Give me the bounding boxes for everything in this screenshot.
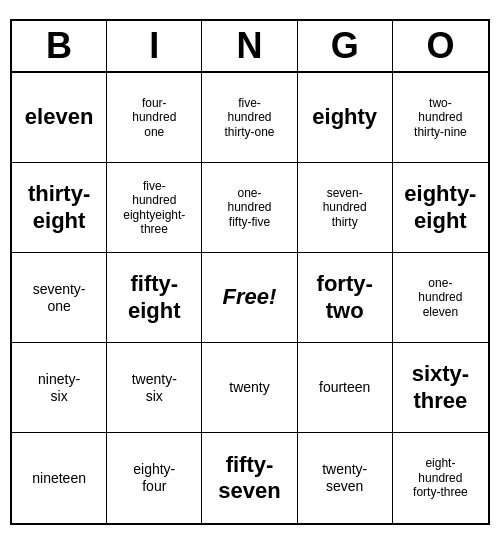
cell-text: twenty-six <box>132 371 177 405</box>
header-letter: N <box>202 21 297 71</box>
bingo-cell: seventy-one <box>12 253 107 343</box>
cell-text: seventy-one <box>33 281 86 315</box>
cell-text: forty-two <box>317 271 373 324</box>
header-letter: O <box>393 21 488 71</box>
cell-text: eighty-four <box>133 461 175 495</box>
cell-text: sixty-three <box>412 361 469 414</box>
bingo-cell: five-hundredeightyeight-three <box>107 163 202 253</box>
bingo-cell: sixty-three <box>393 343 488 433</box>
cell-text: eighty <box>312 104 377 130</box>
cell-text: fourteen <box>319 379 370 396</box>
bingo-cell: fifty-eight <box>107 253 202 343</box>
cell-text: five-hundredeightyeight-three <box>123 179 185 237</box>
bingo-cell: fourteen <box>298 343 393 433</box>
bingo-cell: ninety-six <box>12 343 107 433</box>
bingo-cell: twenty-six <box>107 343 202 433</box>
cell-text: ninety-six <box>38 371 80 405</box>
cell-text: eight-hundredforty-three <box>413 456 468 499</box>
bingo-cell: seven-hundredthirty <box>298 163 393 253</box>
bingo-cell: thirty-eight <box>12 163 107 253</box>
bingo-cell: nineteen <box>12 433 107 523</box>
bingo-cell: four-hundredone <box>107 73 202 163</box>
bingo-cell: twenty-seven <box>298 433 393 523</box>
cell-text: eighty-eight <box>404 181 476 234</box>
cell-text: seven-hundredthirty <box>323 186 367 229</box>
bingo-cell: five-hundredthirty-one <box>202 73 297 163</box>
cell-text: twenty-seven <box>322 461 367 495</box>
bingo-cell: eleven <box>12 73 107 163</box>
header-letter: B <box>12 21 107 71</box>
bingo-cell: twenty <box>202 343 297 433</box>
cell-text: four-hundredone <box>132 96 176 139</box>
cell-text: five-hundredthirty-one <box>224 96 274 139</box>
bingo-cell: two-hundredthirty-nine <box>393 73 488 163</box>
cell-text: twenty <box>229 379 269 396</box>
bingo-cell: forty-two <box>298 253 393 343</box>
free-space: Free! <box>223 284 277 310</box>
cell-text: thirty-eight <box>28 181 90 234</box>
cell-text: fifty-eight <box>128 271 181 324</box>
bingo-cell: eight-hundredforty-three <box>393 433 488 523</box>
bingo-cell: fifty-seven <box>202 433 297 523</box>
bingo-header: BINGO <box>12 21 488 73</box>
bingo-cell: Free! <box>202 253 297 343</box>
bingo-cell: eighty-four <box>107 433 202 523</box>
cell-text: one-hundredeleven <box>418 276 462 319</box>
bingo-cell: eighty <box>298 73 393 163</box>
bingo-cell: one-hundredfifty-five <box>202 163 297 253</box>
cell-text: two-hundredthirty-nine <box>414 96 467 139</box>
header-letter: I <box>107 21 202 71</box>
cell-text: eleven <box>25 104 94 130</box>
bingo-cell: eighty-eight <box>393 163 488 253</box>
bingo-card: BINGO elevenfour-hundredonefive-hundredt… <box>10 19 490 525</box>
cell-text: fifty-seven <box>218 452 280 505</box>
bingo-grid: elevenfour-hundredonefive-hundredthirty-… <box>12 73 488 523</box>
cell-text: one-hundredfifty-five <box>227 186 271 229</box>
bingo-cell: one-hundredeleven <box>393 253 488 343</box>
header-letter: G <box>298 21 393 71</box>
cell-text: nineteen <box>32 470 86 487</box>
